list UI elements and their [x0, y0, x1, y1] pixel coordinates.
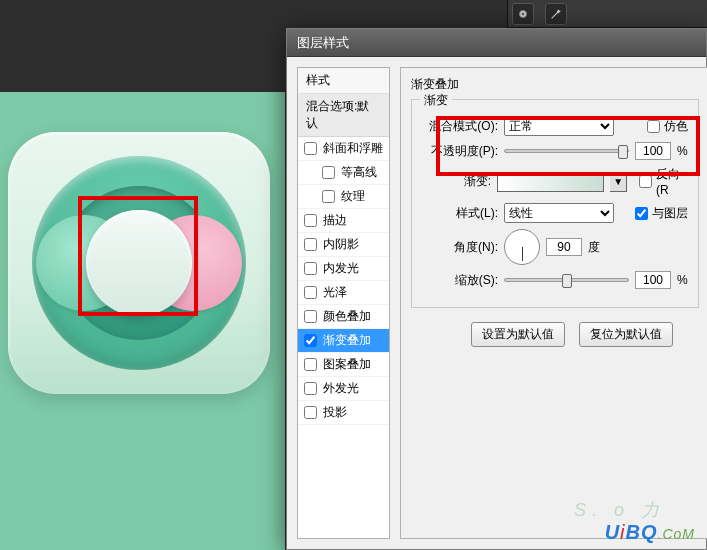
- style-item-label: 内发光: [323, 260, 359, 277]
- gradient-fieldset: 渐变 混合模式(O): 正常 仿色 不透明度(P):: [411, 99, 699, 308]
- dither-label: 仿色: [664, 118, 688, 135]
- style-item[interactable]: 内阴影: [298, 233, 389, 257]
- style-item[interactable]: 光泽: [298, 281, 389, 305]
- reverse-label: 反向(R: [656, 166, 688, 197]
- style-checkbox[interactable]: [322, 190, 335, 203]
- reset-default-button[interactable]: 复位为默认值: [579, 322, 673, 347]
- reverse-input[interactable]: [639, 175, 652, 188]
- style-item-label: 渐变叠加: [323, 332, 371, 349]
- angle-dial[interactable]: [504, 229, 540, 265]
- style-item-label: 内阴影: [323, 236, 359, 253]
- blend-mode-label: 混合模式(O):: [422, 118, 498, 135]
- section-title: 渐变叠加: [411, 76, 699, 93]
- align-label: 与图层: [652, 205, 688, 222]
- eye-icon[interactable]: [512, 3, 534, 25]
- watermark: UiBQ.CoM: [605, 521, 695, 544]
- gradient-dropdown[interactable]: ▼: [610, 172, 626, 192]
- style-item-label: 等高线: [341, 164, 377, 181]
- annotation-highlight-canvas: [78, 196, 198, 316]
- scale-label: 缩放(S):: [422, 272, 498, 289]
- style-label: 样式(L):: [422, 205, 498, 222]
- angle-label: 角度(N):: [422, 239, 498, 256]
- style-item-label: 外发光: [323, 380, 359, 397]
- style-item[interactable]: 颜色叠加: [298, 305, 389, 329]
- style-checkbox[interactable]: [304, 262, 317, 275]
- style-item-label: 颜色叠加: [323, 308, 371, 325]
- style-item-label: 描边: [323, 212, 347, 229]
- style-item-label: 纹理: [341, 188, 365, 205]
- layer-style-dialog: 图层样式 样式 混合选项:默认 斜面和浮雕等高线纹理描边内阴影内发光光泽颜色叠加…: [286, 28, 707, 550]
- style-checkbox[interactable]: [304, 142, 317, 155]
- scale-unit: %: [677, 273, 688, 287]
- reverse-checkbox[interactable]: 反向(R: [639, 166, 688, 197]
- style-item[interactable]: 外发光: [298, 377, 389, 401]
- svg-point-1: [522, 13, 525, 16]
- style-item[interactable]: 等高线: [298, 161, 389, 185]
- style-checkbox[interactable]: [304, 214, 317, 227]
- style-checkbox[interactable]: [304, 358, 317, 371]
- make-default-button[interactable]: 设置为默认值: [471, 322, 565, 347]
- canvas-area: [0, 92, 285, 550]
- style-checkbox[interactable]: [304, 406, 317, 419]
- opacity-label: 不透明度(P):: [422, 143, 498, 160]
- style-item-label: 斜面和浮雕: [323, 140, 383, 157]
- align-with-layer-checkbox[interactable]: 与图层: [635, 205, 688, 222]
- opacity-unit: %: [677, 144, 688, 158]
- opacity-value[interactable]: [635, 142, 671, 160]
- style-item[interactable]: 投影: [298, 401, 389, 425]
- opacity-slider[interactable]: [504, 149, 629, 153]
- blend-mode-select[interactable]: 正常: [504, 116, 614, 136]
- style-checkbox[interactable]: [304, 382, 317, 395]
- style-select[interactable]: 线性: [504, 203, 614, 223]
- style-checkbox[interactable]: [304, 286, 317, 299]
- angle-unit: 度: [588, 239, 600, 256]
- style-item-label: 投影: [323, 404, 347, 421]
- style-item-label: 图案叠加: [323, 356, 371, 373]
- watermark-shadow: S. o 力: [574, 498, 665, 522]
- gradient-overlay-settings: 渐变叠加 渐变 混合模式(O): 正常 仿色 不透明度(P):: [400, 67, 707, 539]
- styles-panel-title[interactable]: 样式: [298, 68, 389, 94]
- gradient-label: 渐变:: [422, 173, 491, 190]
- fieldset-legend: 渐变: [420, 92, 452, 109]
- ps-toolbar-fragment: [507, 0, 707, 28]
- align-input[interactable]: [635, 207, 648, 220]
- angle-value[interactable]: [546, 238, 582, 256]
- style-item[interactable]: 描边: [298, 209, 389, 233]
- scale-slider[interactable]: [504, 278, 629, 282]
- style-checkbox[interactable]: [304, 310, 317, 323]
- dialog-title: 图层样式: [287, 29, 706, 57]
- wand-icon[interactable]: [545, 3, 567, 25]
- style-item[interactable]: 纹理: [298, 185, 389, 209]
- scale-value[interactable]: [635, 271, 671, 289]
- style-checkbox[interactable]: [304, 334, 317, 347]
- style-item-label: 光泽: [323, 284, 347, 301]
- styles-panel: 样式 混合选项:默认 斜面和浮雕等高线纹理描边内阴影内发光光泽颜色叠加渐变叠加图…: [297, 67, 390, 539]
- dither-input[interactable]: [647, 120, 660, 133]
- gradient-swatch[interactable]: [497, 172, 604, 192]
- dither-checkbox[interactable]: 仿色: [647, 118, 688, 135]
- blending-options-default[interactable]: 混合选项:默认: [298, 94, 389, 137]
- style-checkbox[interactable]: [322, 166, 335, 179]
- style-item[interactable]: 内发光: [298, 257, 389, 281]
- style-item[interactable]: 渐变叠加: [298, 329, 389, 353]
- style-item[interactable]: 图案叠加: [298, 353, 389, 377]
- style-checkbox[interactable]: [304, 238, 317, 251]
- style-item[interactable]: 斜面和浮雕: [298, 137, 389, 161]
